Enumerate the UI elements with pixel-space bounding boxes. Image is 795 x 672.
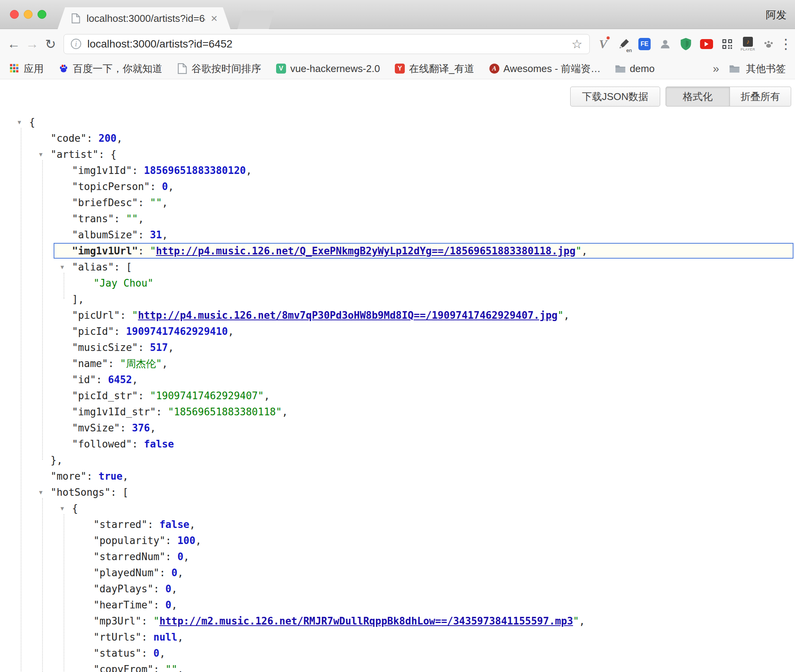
address-bar[interactable]: i localhost:3000/artists?id=6452 ☆ xyxy=(64,34,590,54)
json-number: 0 xyxy=(165,583,172,595)
info-icon[interactable]: i xyxy=(71,39,81,49)
bookmark-item-demo[interactable]: demo xyxy=(615,63,654,75)
bookmark-item-youdao-translate[interactable]: Y在线翻译_有道 xyxy=(394,62,474,75)
json-link[interactable]: http://m2.music.126.net/RMJR7wDullRqppBk… xyxy=(159,615,573,627)
qr-shape xyxy=(721,38,733,50)
json-string: "" xyxy=(165,664,177,672)
json-punctuation: : xyxy=(114,326,126,337)
json-punctuation: , xyxy=(168,342,174,353)
other-bookmarks-label[interactable]: 其他书签 xyxy=(746,62,786,75)
shield-extension-icon[interactable] xyxy=(679,34,693,54)
json-line: "status": 0, xyxy=(0,645,795,661)
json-number: 0 xyxy=(154,647,160,659)
json-punctuation: : xyxy=(141,647,153,659)
collapse-triangle-icon[interactable]: ▼ xyxy=(61,500,64,516)
json-key: "alias" xyxy=(72,261,114,273)
json-punctuation: : xyxy=(132,165,144,176)
json-line: "more": true, xyxy=(0,468,795,484)
json-line: "playedNum": 0, xyxy=(0,565,795,581)
json-punctuation: , xyxy=(138,213,144,225)
bookmark-label: Awesomes - 前端资… xyxy=(504,62,601,75)
collapse-triangle-icon[interactable]: ▼ xyxy=(61,259,64,275)
youdao-pen-extension-icon[interactable]: en xyxy=(617,34,631,54)
json-punctuation: : xyxy=(96,374,108,385)
v-mark-extension-icon[interactable]: V xyxy=(596,34,610,54)
json-line: "albumSize": 31, xyxy=(0,227,795,243)
bookmark-item-awesomes[interactable]: AAwesomes - 前端资… xyxy=(489,62,601,75)
notification-dot xyxy=(607,36,610,39)
json-punctuation: , xyxy=(582,245,588,257)
close-window-button[interactable] xyxy=(10,10,19,19)
json-punctuation: , xyxy=(282,406,288,418)
back-icon[interactable]: ← xyxy=(5,36,23,51)
bookmark-item-google-sort[interactable]: 谷歌按时间排序 xyxy=(177,62,261,75)
folder-icon xyxy=(729,63,740,74)
json-key: "hotSongs" xyxy=(51,487,111,498)
player-badge: ♪ xyxy=(743,37,753,47)
json-number: 376 xyxy=(132,422,150,434)
reload-icon[interactable]: ↻ xyxy=(41,36,60,52)
json-punctuation: { xyxy=(72,503,78,514)
json-number: 18569651883380120 xyxy=(144,165,246,176)
awesomes-icon: A xyxy=(489,63,500,74)
bookmark-item-vue-hackernews[interactable]: Vvue-hackernews-2.0 xyxy=(276,63,380,75)
json-key: "code" xyxy=(51,133,87,144)
json-punctuation: { xyxy=(111,149,117,160)
youtube-extension-icon[interactable] xyxy=(699,34,714,54)
json-line: ▼"hotSongs": [ xyxy=(0,484,795,500)
shield-shape xyxy=(680,38,692,50)
json-punctuation: , xyxy=(579,615,585,627)
json-string: "周杰伦" xyxy=(120,358,162,369)
json-punctuation: , xyxy=(159,647,165,659)
bookmark-item-apps[interactable]: 应用 xyxy=(9,62,44,75)
json-punctuation: , xyxy=(177,631,183,643)
qrcode-extension-icon[interactable] xyxy=(720,34,734,54)
bookmark-star-icon[interactable]: ☆ xyxy=(571,37,582,51)
json-link[interactable]: http://p4.music.126.net/8mv7qP30Pd3oHW8b… xyxy=(138,310,558,321)
bookmark-item-baidu[interactable]: 百度一下，你就知道 xyxy=(58,62,162,75)
tab-close-icon[interactable]: × xyxy=(211,13,218,24)
apps-grid-icon xyxy=(9,63,20,74)
json-punctuation: : xyxy=(138,390,150,402)
profile-extension-icon[interactable] xyxy=(658,34,672,54)
json-line: "topicPerson": 0, xyxy=(0,179,795,195)
fe-extension-icon[interactable]: FE xyxy=(637,34,652,54)
zoom-window-button[interactable] xyxy=(38,10,46,19)
minimize-window-button[interactable] xyxy=(24,10,33,19)
json-line: "name": "周杰伦", xyxy=(0,356,795,372)
json-key: "picUrl" xyxy=(72,310,120,321)
json-line: ], xyxy=(0,291,795,307)
collapse-triangle-icon[interactable]: ▼ xyxy=(39,146,43,162)
forward-icon[interactable]: → xyxy=(23,36,41,51)
paw-extension-icon[interactable] xyxy=(761,34,776,54)
json-line: "id": 6452, xyxy=(0,372,795,388)
collapse-triangle-icon[interactable]: ▼ xyxy=(39,484,43,500)
collapse-all-button[interactable]: 折叠所有 xyxy=(730,87,791,107)
new-tab-button[interactable] xyxy=(237,11,274,29)
download-json-button[interactable]: 下载JSON数据 xyxy=(570,87,660,107)
json-key: "artist" xyxy=(51,149,98,160)
json-punctuation: , xyxy=(116,133,123,144)
active-tab[interactable]: localhost:3000/artists?id=645 × xyxy=(57,7,231,30)
format-button[interactable]: 格式化 xyxy=(666,87,730,107)
player-extension-icon[interactable]: ♪PLAYER xyxy=(741,34,755,54)
json-key: "trans" xyxy=(72,213,114,225)
profile-name[interactable]: 阿发 xyxy=(766,8,787,22)
player-label: PLAYER xyxy=(741,48,755,51)
collapse-triangle-icon[interactable]: ▼ xyxy=(18,114,21,130)
json-string: "18569651883380118" xyxy=(168,406,281,418)
json-string: "" xyxy=(150,197,162,208)
json-punctuation: , xyxy=(123,470,129,482)
json-link[interactable]: http://p4.music.126.net/Q_ExePNkmgB2yWyL… xyxy=(156,245,576,257)
bookmarks-list: 应用百度一下，你就知道谷歌按时间排序Vvue-hackernews-2.0Y在线… xyxy=(9,62,654,75)
bookmarks-overflow-icon[interactable]: » xyxy=(713,62,719,75)
json-key: "starred" xyxy=(93,519,147,530)
json-line: "Jay Chou" xyxy=(0,275,795,291)
json-line: "img1v1Id": 18569651883380120, xyxy=(0,162,795,179)
json-key: "picId_str" xyxy=(72,390,138,402)
json-string: "Jay Chou" xyxy=(93,277,154,289)
json-key: "rtUrls" xyxy=(93,631,141,643)
url-text[interactable]: localhost:3000/artists?id=6452 xyxy=(87,38,565,50)
menu-dots-icon[interactable]: ⋮ xyxy=(779,36,790,52)
json-punctuation: { xyxy=(29,116,35,128)
